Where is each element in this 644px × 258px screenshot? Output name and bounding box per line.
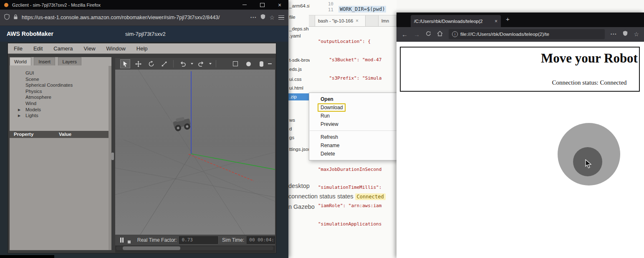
tree-item-wind[interactable]: Wind (10, 100, 108, 107)
url-bar[interactable]: https://us-east-1.console.aws.amazon.com… (22, 15, 247, 20)
close-icon[interactable]: × (356, 18, 359, 24)
home-button[interactable] (437, 30, 443, 38)
file-tree-item[interactable]: ttings.json (288, 146, 310, 153)
tree-item-atmosphere[interactable]: Atmosphere (10, 94, 108, 100)
chevron-right-icon[interactable]: ▶ (18, 107, 20, 113)
file-tree-item-selected[interactable]: .zip (288, 93, 310, 100)
joystick-base[interactable] (558, 123, 620, 185)
simulation-title: sim-7pjl73t7sxv2 (125, 31, 166, 37)
translate-tool-button[interactable] (133, 59, 143, 68)
titlebar[interactable]: Gzclient - sim-7pjl73t7sxv2 - Mozilla Fi… (0, 0, 288, 10)
json-line: "maxJobDurationInSecond (318, 167, 381, 173)
scale-tool-button[interactable] (159, 59, 169, 68)
gazebo-3d-scene[interactable] (115, 70, 275, 235)
chevron-right-icon[interactable]: ▶ (18, 113, 20, 119)
terminal-tab-bash[interactable]: bash - "ip-10-166 × (315, 15, 366, 26)
robomaker-header: AWS RoboMaker sim-7pjl73t7sxv2 (0, 26, 288, 42)
horizontal-scrollbar[interactable] (116, 246, 273, 250)
file-tree-item[interactable]: ui.css (288, 76, 310, 83)
select-tool-button[interactable] (120, 59, 130, 68)
page-header-box: Move your Robot Connection status: Conne… (400, 47, 640, 92)
context-menu-delete[interactable]: Delete (309, 150, 397, 158)
file-tree-item[interactable]: ui.html (288, 85, 310, 92)
gazebo-page-background: File Edit Camera View Window Help World … (0, 42, 288, 258)
property-table-body (10, 138, 111, 250)
file-tree-item[interactable]: .yaml (288, 33, 310, 40)
context-menu-refresh[interactable]: Refresh (309, 133, 397, 141)
forward-button[interactable]: → (414, 31, 420, 38)
file-tree-item[interactable]: ws (288, 117, 310, 124)
bookmark-star-icon[interactable]: ☆ (269, 14, 275, 21)
bookmark-star-icon[interactable]: ☆ (634, 31, 639, 38)
file-tree-item[interactable]: d (288, 125, 310, 133)
robomaker-brand: AWS RoboMaker (7, 30, 53, 37)
scrollbar-thumb[interactable] (123, 246, 180, 250)
tree-item-gui[interactable]: GUI (10, 70, 108, 76)
pocket-shield-icon[interactable] (623, 30, 628, 38)
redo-dropdown-icon[interactable] (209, 63, 212, 65)
tree-item-physics[interactable]: Physics (10, 88, 108, 95)
tracking-shield-icon[interactable] (4, 14, 10, 22)
browser-tab[interactable]: /C:/Users/rbk/Downloads/teleop(2 × (411, 15, 501, 27)
teleop-page: Move your Robot Connection status: Conne… (397, 42, 644, 258)
redo-button[interactable] (196, 59, 206, 68)
insert-cylinder-button[interactable] (256, 59, 266, 68)
tree-item-models[interactable]: ▶ Models (10, 107, 108, 113)
pause-button[interactable] (120, 238, 124, 243)
step-button[interactable] (128, 240, 131, 243)
page-actions-icon[interactable]: ••• (611, 32, 617, 36)
undo-button[interactable] (178, 59, 188, 68)
splitter-handle[interactable] (111, 153, 114, 160)
context-menu-open[interactable]: Open (309, 95, 397, 103)
context-menu-preview[interactable]: Preview (309, 120, 397, 128)
editor-code-line[interactable]: WORK_DIR=$(pwd) (338, 6, 386, 13)
maximize-button[interactable] (253, 0, 271, 10)
tree-item-scene[interactable]: Scene (10, 76, 108, 83)
tree-item-spherical-coordinates[interactable]: Spherical Coordinates (10, 82, 108, 88)
context-menu-download[interactable]: Download (309, 103, 397, 112)
context-menu-run[interactable]: Run (309, 112, 397, 120)
menu-icon[interactable] (278, 15, 284, 20)
menu-edit[interactable]: Edit (33, 45, 43, 52)
menu-file[interactable]: File (14, 45, 23, 52)
close-tab-icon[interactable]: × (495, 18, 498, 24)
menu-view[interactable]: View (84, 45, 96, 52)
menu-window[interactable]: Window (106, 45, 126, 52)
info-icon[interactable]: i (452, 31, 458, 37)
back-button[interactable]: ← (402, 31, 408, 38)
doc-text: desktop (288, 183, 310, 189)
menu-help[interactable]: Help (136, 45, 148, 52)
insert-box-button[interactable] (230, 59, 240, 68)
close-button[interactable]: × (271, 0, 288, 10)
menu-camera[interactable]: Camera (53, 45, 73, 52)
taskbar-fragment (0, 255, 54, 258)
reload-button[interactable] (426, 30, 431, 38)
file-tree-item[interactable]: _arm64.sh (288, 3, 310, 10)
tab-world[interactable]: World (10, 57, 31, 65)
collapse-toolbar-icon[interactable] (268, 63, 272, 64)
file-tree-item[interactable]: eds.js (288, 66, 310, 73)
undo-dropdown-icon[interactable] (191, 63, 193, 65)
pocket-shield-icon[interactable] (260, 14, 265, 21)
panel-scrollbar[interactable] (109, 66, 111, 250)
file-tree-item[interactable]: gs (288, 134, 310, 141)
insert-sphere-button[interactable] (243, 59, 253, 68)
file-tree-item[interactable]: file (288, 14, 310, 21)
tree-label: Lights (25, 113, 38, 118)
new-tab-button[interactable]: + (506, 15, 510, 23)
tree-item-lights[interactable]: ▶ Lights (10, 113, 108, 119)
file-tree-item[interactable]: t-sdk-brows (288, 57, 310, 64)
gazebo-menubar: File Edit Camera View Window Help (8, 43, 276, 54)
url-bar[interactable]: i file:///C:/Users/rbk/Downloads/teleop(… (449, 29, 605, 39)
context-menu-rename[interactable]: Rename (309, 141, 397, 150)
column-value: Value (59, 132, 71, 137)
tab-layers[interactable]: Layers (58, 57, 82, 65)
tab-insert[interactable]: Insert (34, 57, 55, 65)
rotate-tool-button[interactable] (146, 59, 156, 68)
minimize-button[interactable] (236, 0, 253, 10)
file-tree-item[interactable]: _deps.sh (288, 25, 310, 33)
rtf-value: 0.73 (179, 236, 218, 244)
doc-text: connection status states Connected (288, 193, 386, 200)
terminal-tab-second[interactable]: Imn (378, 15, 397, 26)
page-actions-icon[interactable]: ••• (250, 15, 257, 20)
